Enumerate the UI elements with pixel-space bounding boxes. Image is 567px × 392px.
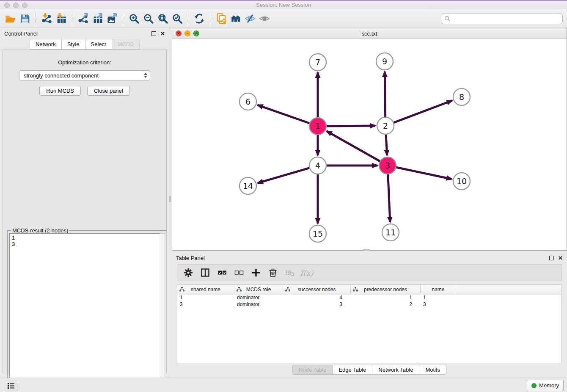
cell[interactable]: 3 [421,301,456,307]
column-header-shared-name[interactable]: shared name [177,285,234,294]
node-8[interactable]: 8 [453,88,470,105]
edge-1-6[interactable] [258,105,310,123]
cell[interactable]: dominator [234,301,283,307]
zoom-fit-icon[interactable] [156,11,170,26]
export-table-icon[interactable] [91,11,105,26]
cell[interactable]: 3 [177,301,234,307]
mcds-result-box: MCDS result (2 nodes) 1 3 [7,230,167,392]
table-panel-title: Table Panel [176,255,205,261]
tab-style[interactable]: Style [61,39,85,50]
table-toolbar: f(x) [177,264,562,281]
column-header-predecessor-nodes[interactable]: predecessor nodes [351,285,421,294]
node-10[interactable]: 10 [453,173,470,190]
main-toolbar [0,9,567,28]
edge-3-1[interactable] [327,131,380,161]
show-panels-icon[interactable] [257,11,272,26]
column-header-successor-nodes[interactable]: successor nodes [283,285,351,294]
export-image-icon[interactable] [105,11,119,26]
mcds-result-text[interactable]: 1 3 [9,233,160,390]
node-14[interactable]: 14 [239,177,256,194]
network-window-title: scc.txt [172,30,567,37]
table-settings-icon[interactable] [182,267,194,279]
tab-node-table[interactable]: Node Table [292,365,333,375]
node-4[interactable]: 4 [309,157,326,174]
edge-4-14[interactable] [258,168,309,183]
optimization-criterion-value: strongly connected component [24,72,99,79]
node-label: 3 [385,161,390,170]
tab-network[interactable]: Network [30,39,62,50]
import-network-icon[interactable] [40,11,54,26]
save-session-icon[interactable] [18,11,32,26]
tab-mcds[interactable]: MCDS [112,39,140,50]
node-9[interactable]: 9 [376,53,393,70]
node-1[interactable]: 1 [309,118,326,135]
tab-network-table[interactable]: Network Table [372,365,419,375]
cell[interactable]: dominator [234,295,283,301]
cell[interactable]: 2 [351,301,421,307]
delete-table-icon [284,267,296,279]
column-visibility-icon[interactable] [199,267,211,279]
edge-2-8[interactable] [394,101,452,123]
export-network-icon[interactable] [76,11,91,26]
node-7[interactable]: 7 [309,54,326,71]
node-2[interactable]: 2 [377,117,394,134]
zoom-in-icon[interactable] [127,11,141,26]
open-session-icon[interactable] [3,11,18,26]
clone-network-icon[interactable] [214,11,228,26]
column-header-MCDS-role[interactable]: MCDS role [234,285,283,294]
cell[interactable]: 4 [283,295,351,301]
column-header-name[interactable]: name [421,285,456,294]
network-canvas[interactable]: 7968124314101511 [172,39,567,250]
search-input[interactable] [441,13,563,24]
titlebar-accent [0,0,567,1]
float-table-panel-icon[interactable] [549,256,554,260]
edge-3-11[interactable] [388,174,390,222]
splitter-grip-vertical[interactable] [169,196,171,202]
zoom-selected-icon[interactable] [170,11,184,26]
select-all-rows-icon[interactable] [216,267,228,279]
float-panel-icon[interactable] [151,31,156,36]
optimization-criterion-select[interactable]: strongly connected component [19,70,150,80]
deselect-all-rows-icon[interactable] [233,267,245,279]
apply-layout-icon[interactable] [192,11,206,26]
toolbar-separator [210,12,211,25]
hide-panels-icon[interactable] [243,11,257,26]
close-panel-button[interactable]: Close panel [87,86,130,96]
cell[interactable]: 1 [351,295,421,301]
tab-motifs[interactable]: Motifs [419,365,446,375]
memory-button[interactable]: Memory [527,380,564,391]
home-icon[interactable] [228,11,243,26]
run-mcds-button[interactable]: Run MCDS [39,86,81,96]
control-panel-tabs: NetworkStyleSelectMCDS [0,39,169,50]
node-3[interactable]: 3 [379,157,396,174]
import-table-icon[interactable] [54,11,69,26]
toolbar-separator [36,12,36,25]
table-row[interactable]: 1dominator411 [177,294,561,301]
node-11[interactable]: 11 [382,224,399,241]
node-6[interactable]: 6 [239,93,256,110]
edge-2-3[interactable] [386,135,387,155]
close-table-panel-icon[interactable]: ✕ [558,255,563,261]
result-scrollbar[interactable] [160,233,165,390]
tab-select[interactable]: Select [85,39,112,50]
edge-3-10[interactable] [396,167,452,179]
edge-1-2[interactable] [327,126,375,126]
cell[interactable]: 1 [421,295,456,301]
table-row[interactable]: 3dominator323 [177,301,561,308]
node-label: 14 [243,181,253,190]
add-column-icon[interactable] [250,267,262,279]
network-window-titlebar[interactable]: ✕ − + scc.txt [172,28,567,39]
node-label: 4 [315,161,320,170]
edge-2-9[interactable] [385,72,385,117]
node-label: 15 [313,229,323,238]
splitter-grip-horizontal[interactable] [363,249,370,251]
tab-edge-table[interactable]: Edge Table [332,365,372,375]
table-browser-button[interactable] [4,380,18,391]
close-panel-icon[interactable]: ✕ [160,31,165,36]
delete-column-icon[interactable] [267,267,279,279]
zoom-out-icon[interactable] [141,11,156,26]
node-label: 8 [459,92,464,102]
cell[interactable]: 3 [283,301,351,307]
cell[interactable]: 1 [177,295,234,301]
node-15[interactable]: 15 [309,225,326,242]
